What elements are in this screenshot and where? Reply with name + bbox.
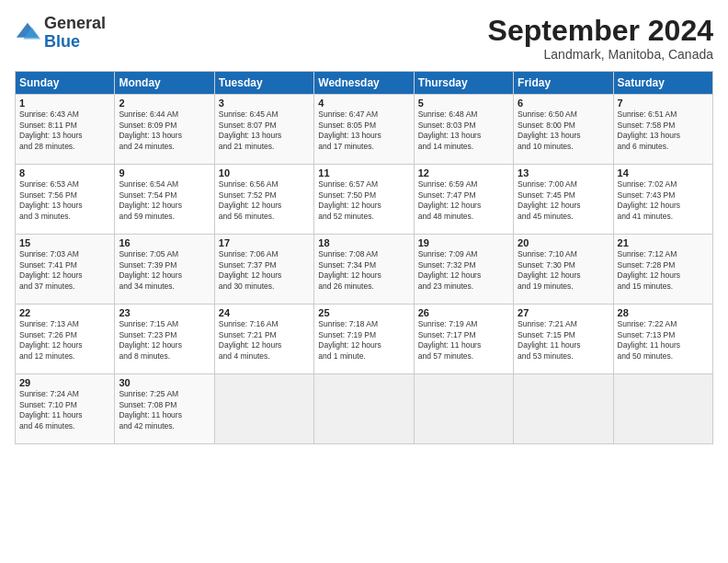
calendar-cell: 26Sunrise: 7:19 AMSunset: 7:17 PMDayligh… — [414, 304, 513, 374]
cell-content: Sunrise: 7:09 AMSunset: 7:32 PMDaylight:… — [418, 249, 509, 292]
calendar-cell: 1Sunrise: 6:43 AMSunset: 8:11 PMDaylight… — [16, 95, 115, 165]
day-number: 12 — [418, 167, 509, 178]
day-number: 5 — [418, 98, 509, 109]
calendar-cell — [314, 374, 414, 444]
cell-content: Sunrise: 7:24 AMSunset: 7:10 PMDaylight:… — [19, 389, 110, 431]
day-number: 14 — [618, 167, 709, 178]
calendar-cell: 29Sunrise: 7:24 AMSunset: 7:10 PMDayligh… — [16, 374, 115, 444]
day-number: 2 — [119, 98, 210, 109]
day-number: 29 — [19, 377, 110, 388]
day-number: 11 — [318, 167, 409, 178]
logo-general: General — [44, 14, 106, 32]
cell-content: Sunrise: 7:22 AMSunset: 7:13 PMDaylight:… — [618, 319, 709, 362]
calendar-cell: 4Sunrise: 6:47 AMSunset: 8:05 PMDaylight… — [314, 95, 414, 165]
day-number: 30 — [119, 377, 210, 388]
cell-content: Sunrise: 6:43 AMSunset: 8:11 PMDaylight:… — [19, 109, 110, 152]
cell-content: Sunrise: 7:13 AMSunset: 7:26 PMDaylight:… — [19, 319, 110, 362]
day-number: 25 — [318, 307, 409, 318]
day-number: 22 — [19, 307, 110, 318]
cell-content: Sunrise: 7:02 AMSunset: 7:43 PMDaylight:… — [618, 179, 709, 222]
calendar-cell: 16Sunrise: 7:05 AMSunset: 7:39 PMDayligh… — [115, 235, 214, 304]
calendar-cell: 28Sunrise: 7:22 AMSunset: 7:13 PMDayligh… — [613, 304, 712, 374]
cell-content: Sunrise: 7:21 AMSunset: 7:15 PMDaylight:… — [518, 319, 609, 362]
title-block: September 2024 Landmark, Manitoba, Canad… — [488, 15, 713, 62]
cell-content: Sunrise: 7:12 AMSunset: 7:28 PMDaylight:… — [618, 249, 709, 292]
cell-content: Sunrise: 6:48 AMSunset: 8:03 PMDaylight:… — [418, 109, 509, 152]
header: General Blue September 2024 Landmark, Ma… — [15, 15, 713, 62]
cell-content: Sunrise: 7:03 AMSunset: 7:41 PMDaylight:… — [19, 249, 110, 292]
day-number: 19 — [418, 237, 509, 248]
cell-content: Sunrise: 7:18 AMSunset: 7:19 PMDaylight:… — [318, 319, 409, 362]
calendar-week-2: 8Sunrise: 6:53 AMSunset: 7:56 PMDaylight… — [16, 165, 713, 235]
calendar-cell — [214, 374, 313, 444]
calendar-cell: 5Sunrise: 6:48 AMSunset: 8:03 PMDaylight… — [414, 95, 513, 165]
cell-content: Sunrise: 6:57 AMSunset: 7:50 PMDaylight:… — [318, 179, 409, 222]
calendar-cell: 27Sunrise: 7:21 AMSunset: 7:15 PMDayligh… — [514, 304, 613, 374]
col-wednesday: Wednesday — [314, 72, 414, 95]
cell-content: Sunrise: 6:45 AMSunset: 8:07 PMDaylight:… — [219, 109, 310, 152]
calendar-cell: 3Sunrise: 6:45 AMSunset: 8:07 PMDaylight… — [214, 95, 313, 165]
day-number: 13 — [518, 167, 609, 178]
day-number: 4 — [318, 98, 409, 109]
logo-text: General Blue — [44, 15, 106, 52]
calendar-week-3: 15Sunrise: 7:03 AMSunset: 7:41 PMDayligh… — [16, 235, 713, 304]
calendar-cell: 19Sunrise: 7:09 AMSunset: 7:32 PMDayligh… — [414, 235, 513, 304]
day-number: 28 — [618, 307, 709, 318]
day-number: 16 — [119, 237, 210, 248]
month-title: September 2024 — [488, 15, 713, 47]
day-number: 20 — [518, 237, 609, 248]
col-monday: Monday — [115, 72, 214, 95]
cell-content: Sunrise: 7:19 AMSunset: 7:17 PMDaylight:… — [418, 319, 509, 362]
cell-content: Sunrise: 6:50 AMSunset: 8:00 PMDaylight:… — [518, 109, 609, 152]
cell-content: Sunrise: 7:16 AMSunset: 7:21 PMDaylight:… — [219, 319, 310, 362]
calendar-cell: 18Sunrise: 7:08 AMSunset: 7:34 PMDayligh… — [314, 235, 414, 304]
calendar-cell: 9Sunrise: 6:54 AMSunset: 7:54 PMDaylight… — [115, 165, 214, 235]
logo-icon — [15, 20, 40, 46]
day-number: 15 — [19, 237, 110, 248]
calendar-page: General Blue September 2024 Landmark, Ma… — [0, 0, 728, 563]
calendar-week-1: 1Sunrise: 6:43 AMSunset: 8:11 PMDaylight… — [16, 95, 713, 165]
cell-content: Sunrise: 6:44 AMSunset: 8:09 PMDaylight:… — [119, 109, 210, 152]
calendar-cell: 7Sunrise: 6:51 AMSunset: 7:58 PMDaylight… — [613, 95, 712, 165]
cell-content: Sunrise: 7:06 AMSunset: 7:37 PMDaylight:… — [219, 249, 310, 292]
calendar-cell: 6Sunrise: 6:50 AMSunset: 8:00 PMDaylight… — [514, 95, 613, 165]
day-number: 8 — [19, 167, 110, 178]
cell-content: Sunrise: 7:00 AMSunset: 7:45 PMDaylight:… — [518, 179, 609, 222]
calendar-cell — [613, 374, 712, 444]
header-row: Sunday Monday Tuesday Wednesday Thursday… — [16, 72, 713, 95]
calendar-cell: 30Sunrise: 7:25 AMSunset: 7:08 PMDayligh… — [115, 374, 214, 444]
cell-content: Sunrise: 6:53 AMSunset: 7:56 PMDaylight:… — [19, 179, 110, 222]
col-sunday: Sunday — [16, 72, 115, 95]
calendar-cell: 12Sunrise: 6:59 AMSunset: 7:47 PMDayligh… — [414, 165, 513, 235]
day-number: 7 — [618, 98, 709, 109]
day-number: 23 — [119, 307, 210, 318]
calendar-cell: 25Sunrise: 7:18 AMSunset: 7:19 PMDayligh… — [314, 304, 414, 374]
calendar-cell: 21Sunrise: 7:12 AMSunset: 7:28 PMDayligh… — [613, 235, 712, 304]
col-saturday: Saturday — [613, 72, 712, 95]
cell-content: Sunrise: 7:25 AMSunset: 7:08 PMDaylight:… — [119, 389, 210, 431]
calendar-cell — [414, 374, 513, 444]
day-number: 3 — [219, 98, 310, 109]
day-number: 21 — [618, 237, 709, 248]
day-number: 27 — [518, 307, 609, 318]
calendar-cell: 24Sunrise: 7:16 AMSunset: 7:21 PMDayligh… — [214, 304, 313, 374]
calendar-cell: 8Sunrise: 6:53 AMSunset: 7:56 PMDaylight… — [16, 165, 115, 235]
day-number: 9 — [119, 167, 210, 178]
col-tuesday: Tuesday — [214, 72, 313, 95]
calendar-cell: 11Sunrise: 6:57 AMSunset: 7:50 PMDayligh… — [314, 165, 414, 235]
cell-content: Sunrise: 6:59 AMSunset: 7:47 PMDaylight:… — [418, 179, 509, 222]
calendar-week-4: 22Sunrise: 7:13 AMSunset: 7:26 PMDayligh… — [16, 304, 713, 374]
cell-content: Sunrise: 6:47 AMSunset: 8:05 PMDaylight:… — [318, 109, 409, 152]
day-number: 10 — [219, 167, 310, 178]
cell-content: Sunrise: 7:10 AMSunset: 7:30 PMDaylight:… — [518, 249, 609, 292]
calendar-week-5: 29Sunrise: 7:24 AMSunset: 7:10 PMDayligh… — [16, 374, 713, 444]
calendar-cell: 2Sunrise: 6:44 AMSunset: 8:09 PMDaylight… — [115, 95, 214, 165]
calendar-cell: 20Sunrise: 7:10 AMSunset: 7:30 PMDayligh… — [514, 235, 613, 304]
calendar-body: 1Sunrise: 6:43 AMSunset: 8:11 PMDaylight… — [16, 95, 713, 444]
cell-content: Sunrise: 6:54 AMSunset: 7:54 PMDaylight:… — [119, 179, 210, 222]
day-number: 6 — [518, 98, 609, 109]
calendar-cell: 23Sunrise: 7:15 AMSunset: 7:23 PMDayligh… — [115, 304, 214, 374]
cell-content: Sunrise: 6:51 AMSunset: 7:58 PMDaylight:… — [618, 109, 709, 152]
calendar-cell: 10Sunrise: 6:56 AMSunset: 7:52 PMDayligh… — [214, 165, 313, 235]
day-number: 24 — [219, 307, 310, 318]
